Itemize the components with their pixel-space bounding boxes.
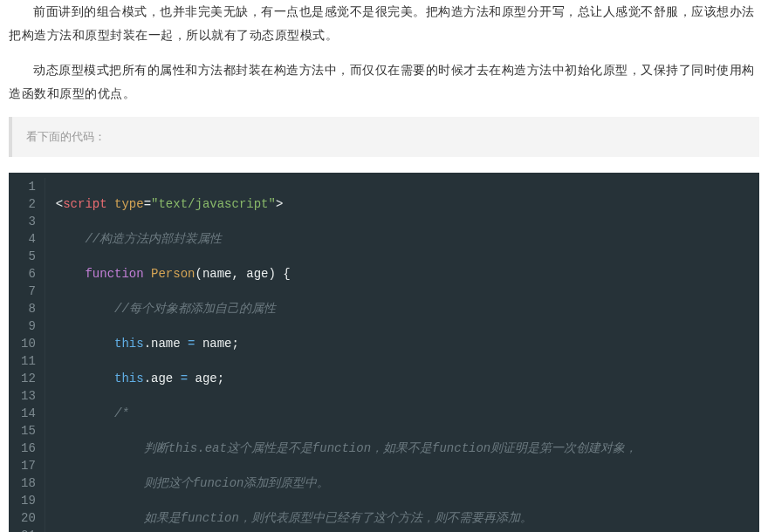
article: 前面讲到的组合模式，也并非完美无缺，有一点也是感觉不是很完美。把构造方法和原型分…: [0, 0, 768, 532]
paragraph-1: 前面讲到的组合模式，也并非完美无缺，有一点也是感觉不是很完美。把构造方法和原型分…: [9, 0, 759, 46]
note-box: 看下面的代码：: [9, 117, 759, 157]
code-line-9: 则把这个funcion添加到原型中。: [56, 474, 749, 492]
code-block: 123456789101112131415161718192021 <scrip…: [9, 173, 759, 532]
code-line-2: //构造方法内部封装属性: [56, 230, 749, 248]
note-text: 看下面的代码：: [26, 130, 106, 143]
code-line-3: function Person(name, age) {: [56, 265, 749, 283]
code-line-1: <script type="text/javascript">: [56, 195, 749, 213]
code-line-4: //每个对象都添加自己的属性: [56, 300, 749, 317]
code-line-7: /*: [56, 405, 749, 422]
code-line-6: this.age = age;: [56, 370, 749, 387]
code-line-5: this.name = name;: [56, 335, 749, 352]
code-line-10: 如果是function，则代表原型中已经有了这个方法，则不需要再添加。: [56, 509, 749, 527]
line-numbers: 123456789101112131415161718192021: [9, 178, 45, 532]
code-content: <script type="text/javascript"> //构造方法内部…: [45, 178, 759, 532]
paragraph-2: 动态原型模式把所有的属性和方法都封装在构造方法中，而仅仅在需要的时候才去在构造方…: [9, 58, 759, 105]
code-line-8: 判断this.eat这个属性是不是function，如果不是function则证…: [56, 440, 749, 457]
